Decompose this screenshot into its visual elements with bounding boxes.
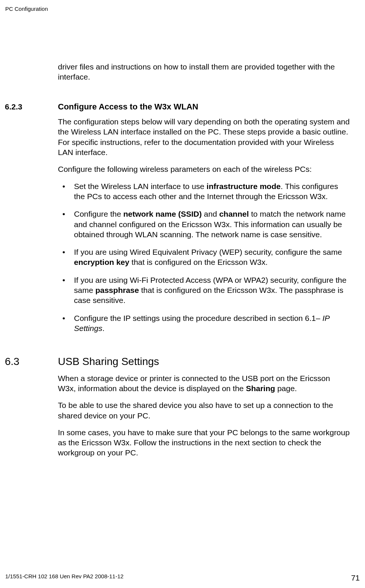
header-title: PC Configuration	[5, 6, 48, 12]
bullet-2-bold1: network name (SSID)	[123, 210, 202, 218]
section-63-p1-bold: Sharing	[246, 384, 275, 393]
section-623-heading-row: 6.2.3 Configure Access to the W3x WLAN	[58, 102, 350, 112]
bullet-icon: •	[62, 181, 65, 191]
bullet-5-pre: Configure the IP settings using the proc…	[74, 314, 322, 322]
section-623-p2: Configure the following wireless paramet…	[58, 164, 350, 174]
intro-paragraph: driver files and instructions on how to …	[58, 62, 350, 82]
section-63-p1-post: page.	[275, 384, 297, 393]
section-63-title: USB Sharing Settings	[58, 356, 159, 367]
section-623-bullets: • Set the Wireless LAN interface to use …	[58, 181, 350, 334]
bullet-1-bold: infrastructure mode	[207, 182, 281, 191]
section-63-heading-row: 6.3 USB Sharing Settings	[58, 355, 350, 368]
bullet-3-post: that is configured on the Ericsson W3x.	[129, 258, 267, 266]
section-63-p3: In some cases, you have to make sure tha…	[58, 427, 350, 458]
page-header: PC Configuration	[5, 5, 48, 13]
page-content: driver files and instructions on how to …	[58, 62, 350, 465]
bullet-3-bold: encryption key	[74, 258, 129, 266]
bullet-icon: •	[62, 313, 65, 323]
bullet-item-2: • Configure the network name (SSID) and …	[58, 209, 350, 239]
section-623-number: 6.2.3	[5, 102, 22, 112]
bullet-2-pre: Configure the	[74, 210, 123, 218]
section-63-p1: When a storage device or printer is conn…	[58, 373, 350, 394]
bullet-2-bold2: channel	[219, 210, 249, 218]
section-623-p1: The configuration steps below will vary …	[58, 117, 350, 157]
section-63-number: 6.3	[5, 355, 19, 368]
section-623-title: Configure Access to the W3x WLAN	[58, 102, 198, 111]
bullet-2-mid1: and	[202, 210, 219, 218]
bullet-icon: •	[62, 275, 65, 285]
bullet-item-1: • Set the Wireless LAN interface to use …	[58, 181, 350, 202]
footer-docref: 1/1551-CRH 102 168 Uen Rev PA2 2008-11-1…	[5, 573, 124, 583]
footer-pagenum: 71	[351, 573, 360, 583]
bullet-5-post: .	[102, 324, 105, 332]
bullet-3-pre: If you are using Wired Equivalent Privac…	[74, 248, 342, 256]
bullet-icon: •	[62, 209, 65, 219]
bullet-item-4: • If you are using Wi-Fi Protected Acces…	[58, 275, 350, 306]
bullet-item-3: • If you are using Wired Equivalent Priv…	[58, 247, 350, 267]
bullet-item-5: • Configure the IP settings using the pr…	[58, 313, 350, 334]
bullet-1-pre: Set the Wireless LAN interface to use	[74, 182, 207, 191]
section-63-p2: To be able to use the shared device you …	[58, 400, 350, 421]
bullet-icon: •	[62, 247, 65, 257]
bullet-4-bold: passphrase	[95, 286, 139, 294]
page-footer: 1/1551-CRH 102 168 Uen Rev PA2 2008-11-1…	[5, 573, 360, 583]
